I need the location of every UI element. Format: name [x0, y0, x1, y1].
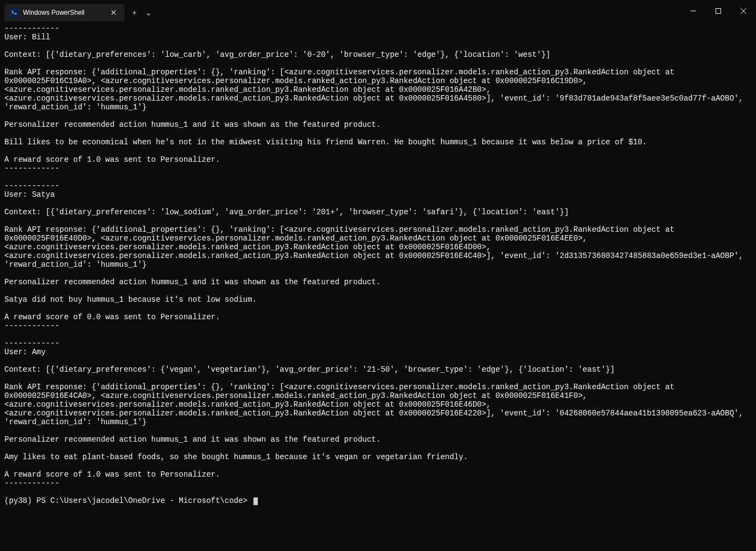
terminal-line: Amy likes to eat plant-based foods, so s…: [4, 453, 752, 461]
terminal-line: ------------: [4, 321, 752, 330]
terminal-line: [4, 330, 752, 339]
terminal-window: Windows PowerShell ✕ + ⌄ ------------Use…: [0, 0, 756, 551]
terminal-line: User: Bill: [4, 33, 752, 42]
terminal-line: [4, 42, 752, 50]
tab-close-button[interactable]: ✕: [107, 7, 120, 18]
maximize-button[interactable]: [706, 0, 731, 22]
terminal-line: User: Satya: [4, 190, 752, 199]
terminal-line: [4, 426, 752, 435]
terminal-line: User: Amy: [4, 348, 752, 356]
terminal-line: [4, 444, 752, 453]
powershell-icon: [10, 8, 19, 17]
terminal-line: [4, 374, 752, 383]
terminal-content[interactable]: ------------User: BillContext: [{'dietar…: [0, 22, 756, 551]
terminal-line: [4, 304, 752, 313]
terminal-line: A reward score of 0.0 was sent to Person…: [4, 313, 752, 321]
terminal-line: [4, 216, 752, 225]
terminal-line: Bill likes to be economical when he's no…: [4, 138, 752, 146]
terminal-line: Personalizer recommended action hummus_1…: [4, 120, 752, 129]
terminal-line: ------------: [4, 164, 752, 173]
minimize-button[interactable]: [681, 0, 706, 22]
terminal-line: Rank API response: {'additional_properti…: [4, 225, 752, 269]
close-button[interactable]: [731, 0, 756, 22]
terminal-line: A reward score of 1.0 was sent to Person…: [4, 470, 752, 479]
terminal-line: [4, 129, 752, 138]
terminal-line: Satya did not buy hummus_1 because it's …: [4, 295, 752, 304]
terminal-line: A reward score of 1.0 was sent to Person…: [4, 155, 752, 164]
prompt-text: (py38) PS C:\Users\jacodel\OneDrive - Mi…: [4, 496, 252, 505]
terminal-line: [4, 356, 752, 365]
terminal-line: Personalizer recommended action hummus_1…: [4, 435, 752, 444]
terminal-line: [4, 199, 752, 208]
terminal-line: [4, 286, 752, 295]
new-tab-button[interactable]: +: [128, 6, 141, 19]
terminal-line: [4, 461, 752, 470]
tab-dropdown-button[interactable]: ⌄: [141, 6, 156, 19]
terminal-line: ------------: [4, 339, 752, 348]
terminal-line: Context: [{'dietary_preferences': 'low_c…: [4, 50, 752, 59]
terminal-line: [4, 59, 752, 68]
terminal-line: ------------: [4, 479, 752, 488]
terminal-line: [4, 173, 752, 181]
terminal-line: ------------: [4, 181, 752, 190]
terminal-line: Context: [{'dietary_preferences': {'vega…: [4, 365, 752, 374]
prompt-line[interactable]: (py38) PS C:\Users\jacodel\OneDrive - Mi…: [4, 496, 752, 505]
terminal-line: [4, 112, 752, 120]
terminal-line: Rank API response: {'additional_properti…: [4, 383, 752, 426]
terminal-line: [4, 269, 752, 278]
terminal-line: Rank API response: {'additional_properti…: [4, 68, 752, 112]
terminal-line: ------------: [4, 24, 752, 33]
tab-actions: + ⌄: [128, 4, 156, 21]
terminal-line: [4, 146, 752, 155]
cursor: [253, 497, 258, 505]
terminal-line: Context: [{'dietary_preferences': 'low_s…: [4, 208, 752, 216]
svg-rect-1: [716, 9, 721, 14]
window-controls: [681, 0, 756, 22]
tab-powershell[interactable]: Windows PowerShell ✕: [4, 4, 125, 21]
tab-title: Windows PowerShell: [23, 9, 107, 16]
titlebar[interactable]: Windows PowerShell ✕ + ⌄: [0, 0, 756, 22]
terminal-line: Personalizer recommended action hummus_1…: [4, 278, 752, 286]
terminal-line: [4, 488, 752, 496]
